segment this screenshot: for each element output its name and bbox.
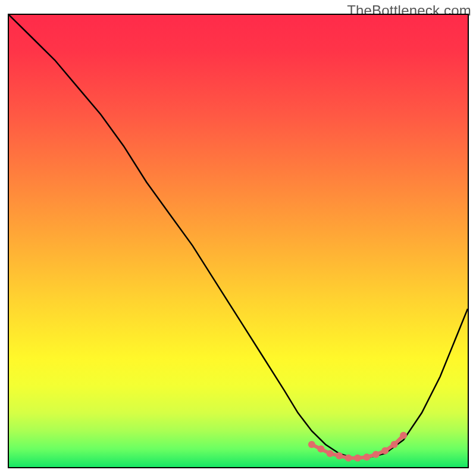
highlight-dot [391, 441, 398, 448]
highlight-dot [372, 451, 380, 458]
highlight-dot [363, 453, 370, 461]
highlight-dot [354, 455, 361, 462]
bottleneck-highlight-markers [308, 432, 407, 462]
highlight-dot [308, 441, 315, 448]
highlight-dot [327, 450, 334, 457]
highlight-dot [336, 452, 343, 459]
highlight-dot [317, 446, 324, 453]
chart-frame [8, 14, 469, 468]
highlight-dot [345, 455, 352, 462]
main-curve-line [9, 15, 468, 458]
highlight-dot [400, 432, 407, 439]
highlight-dot [381, 447, 389, 455]
chart-curve [9, 15, 468, 467]
